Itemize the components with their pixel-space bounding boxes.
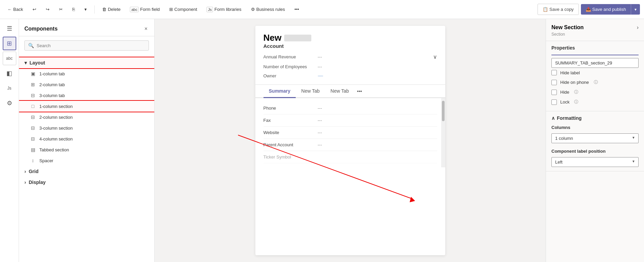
tab-more[interactable]: •••: [354, 85, 365, 97]
back-button[interactable]: ← Back: [4, 5, 26, 14]
spacer-label: Spacer: [39, 158, 53, 163]
3col-section-item[interactable]: ⊟ 3-column section: [19, 123, 154, 133]
section-name-input[interactable]: [551, 58, 639, 68]
save-copy-button[interactable]: 📋 Save a copy: [538, 4, 579, 15]
label-position-select[interactable]: Left Right Center: [551, 157, 639, 167]
form-field-label: Form field: [140, 7, 160, 12]
form-header: New Account Annual Revenue --- ∨ Number …: [255, 26, 445, 85]
copy-icon: ⎘: [72, 7, 75, 12]
phone-value: ---: [318, 106, 322, 111]
hide-on-phone-checkbox[interactable]: [551, 80, 557, 85]
hide-row[interactable]: Hide ⓘ: [551, 87, 639, 97]
component-button[interactable]: ⊞ Component: [166, 5, 200, 14]
owner-value[interactable]: [318, 75, 323, 77]
2col-section-item[interactable]: ⊟ 2-column section: [19, 112, 154, 123]
spacer-item[interactable]: ↕ Spacer: [19, 155, 154, 166]
props-subtitle: Section: [546, 32, 644, 41]
lock-checkbox[interactable]: [551, 99, 557, 105]
form-libraries-label: Form libraries: [214, 7, 241, 12]
dropdown-button[interactable]: ▾: [81, 5, 90, 14]
save-publish-label: Save and publish: [592, 7, 626, 12]
undo-button[interactable]: ↩: [29, 5, 40, 14]
app-body: ☰ ⊞ abc ◧ Js ⚙ Components × 🔍 ▾ Layout ▣…: [0, 19, 644, 262]
2col-section-icon: ⊟: [30, 114, 36, 120]
layout-collapse-icon: ▾: [24, 60, 27, 66]
back-label: Back: [13, 7, 23, 12]
formatting-label: Formatting: [557, 115, 582, 121]
rail-code-icon[interactable]: Js: [3, 81, 16, 95]
panel-close-button[interactable]: ×: [143, 24, 149, 33]
copy-button[interactable]: ⎘: [69, 5, 78, 14]
4col-section-item[interactable]: ⊟ 4-column section: [19, 133, 154, 144]
tabbed-section-label: Tabbed section: [39, 147, 69, 152]
save-publish-dropdown[interactable]: ▾: [631, 4, 640, 15]
display-section-header[interactable]: › Display: [19, 177, 154, 188]
tab-summary[interactable]: Summary: [264, 85, 296, 98]
owner-label: Owner: [264, 73, 318, 78]
website-row: Website ---: [264, 127, 437, 139]
form-canvas: New Account Annual Revenue --- ∨ Number …: [255, 26, 445, 255]
ticker-symbol-label: Ticker Symbol: [264, 154, 318, 160]
tab-new-tab-2[interactable]: New Tab: [325, 85, 354, 98]
form-field-button[interactable]: abc Form field: [126, 5, 163, 14]
fax-label: Fax: [264, 118, 318, 123]
columns-select[interactable]: 1 column 2 columns 3 columns 4 columns: [551, 133, 639, 143]
props-header: New Section ›: [546, 19, 644, 32]
properties-panel: New Section › Section Properties Hide la…: [546, 19, 644, 262]
lock-row[interactable]: Lock ⓘ: [551, 97, 639, 107]
grid-section-header[interactable]: › Grid: [19, 166, 154, 177]
component-label: Component: [174, 7, 197, 12]
1col-section-item[interactable]: □ 1-column section: [19, 101, 154, 112]
expand-icon[interactable]: ∨: [433, 54, 437, 60]
hide-checkbox[interactable]: [551, 90, 557, 95]
more-icon: •••: [294, 7, 299, 12]
3col-tab-label: 3-column tab: [39, 93, 65, 98]
form-tabs: Summary New Tab New Tab •••: [255, 85, 445, 98]
back-icon: ←: [7, 7, 12, 12]
formatting-section-title[interactable]: ∧ Formatting: [551, 115, 639, 121]
canvas-area: New Account Annual Revenue --- ∨ Number …: [155, 19, 546, 262]
2col-tab-item[interactable]: ⊞ 2-column tab: [19, 79, 154, 90]
form-libraries-button[interactable]: Js Form libraries: [203, 5, 245, 14]
delete-icon: 🗑: [102, 7, 106, 12]
rail-field-icon[interactable]: abc: [3, 52, 16, 65]
fax-row: Fax ---: [264, 114, 437, 127]
scrollbar-thumb: [442, 101, 445, 121]
cut-button[interactable]: ✂: [56, 5, 66, 14]
form-field-icon: abc: [130, 7, 139, 12]
hide-on-phone-row[interactable]: Hide on phone ⓘ: [551, 77, 639, 87]
redo-button[interactable]: ↪: [42, 5, 53, 14]
hide-label-checkbox[interactable]: [551, 70, 557, 75]
layout-section-header[interactable]: ▾ Layout: [19, 57, 154, 68]
form-title-placeholder: [284, 35, 311, 41]
rail-menu-icon[interactable]: ☰: [3, 22, 16, 35]
scrollbar[interactable]: [441, 98, 445, 167]
more-button[interactable]: •••: [291, 5, 303, 14]
components-panel: Components × 🔍 ▾ Layout ▣ 1-column tab ⊞…: [19, 19, 155, 262]
component-label-position-label: Component label position: [551, 149, 639, 154]
lock-text: Lock: [560, 99, 569, 105]
num-employees-label: Number of Employees: [264, 64, 318, 69]
columns-label: Columns: [551, 125, 639, 130]
rail-layers-icon[interactable]: ◧: [3, 67, 16, 80]
properties-underline: [551, 55, 639, 55]
phone-row: Phone ---: [264, 102, 437, 114]
rail-components-icon[interactable]: ⊞: [3, 37, 16, 50]
3col-tab-item[interactable]: ⊟ 3-column tab: [19, 90, 154, 101]
tab-new-tab-1[interactable]: New Tab: [296, 85, 325, 98]
hide-label-row[interactable]: Hide label: [551, 68, 639, 77]
tabbed-section-item[interactable]: ▤ Tabbed section: [19, 144, 154, 155]
save-publish-split: 📤 Save and publish ▾: [581, 4, 640, 15]
delete-button[interactable]: 🗑 Delete: [99, 5, 124, 14]
search-box[interactable]: 🔍: [24, 40, 149, 51]
hide-on-phone-text: Hide on phone: [560, 80, 589, 85]
business-rules-button[interactable]: ⚙ Business rules: [248, 5, 289, 14]
save-copy-icon: 📋: [543, 7, 548, 12]
panel-header: Components ×: [19, 19, 154, 36]
search-input[interactable]: [37, 43, 145, 48]
props-expand-button[interactable]: ›: [637, 24, 639, 31]
rail-settings-icon[interactable]: ⚙: [3, 96, 16, 110]
save-publish-button[interactable]: 📤 Save and publish: [581, 4, 631, 15]
layout-section-label: Layout: [30, 60, 45, 66]
1col-tab-item[interactable]: ▣ 1-column tab: [19, 68, 154, 79]
